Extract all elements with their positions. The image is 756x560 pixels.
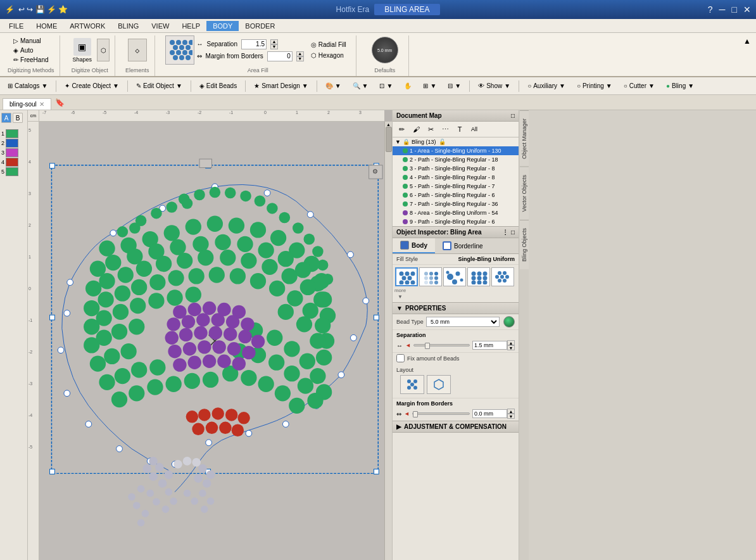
menu-file[interactable]: FILE [3, 21, 30, 31]
tab-close-btn[interactable]: ✕ [39, 101, 44, 108]
manual-btn[interactable]: ▷ Manual [9, 37, 52, 45]
tree-item-9[interactable]: 9 - Path - Single-Bling Regular - 6 [393, 217, 519, 226]
inspector-menu-btn[interactable]: ⋮ [502, 229, 508, 236]
doc-map-dots[interactable]: ⋯ [439, 124, 451, 135]
auto-btn[interactable]: ◈ Auto [9, 46, 52, 54]
hexagon-btn[interactable]: ⬡ Hexagon [306, 51, 351, 60]
side-tab-object-manager[interactable]: Object Manager [520, 110, 529, 167]
margin-slider[interactable] [412, 412, 470, 415]
tab-bookmark[interactable]: 🔖 [51, 96, 68, 110]
color-swatch-5[interactable] [6, 167, 18, 176]
scroll-thumb-vertical[interactable] [386, 127, 392, 152]
tab-borderline[interactable]: Borderline [435, 238, 491, 253]
tree-item-6[interactable]: 6 - Path - Single-Bling Regular - 6 [393, 191, 519, 200]
doc-map-all[interactable]: All [468, 124, 481, 135]
arrange-btn[interactable]: ⊞ ▼ [418, 81, 441, 91]
sep-spin-arrows[interactable]: ▲ ▼ [507, 340, 515, 350]
tree-item-4[interactable]: 4 - Path - Single-Bling Regular - 8 [393, 173, 519, 182]
tab-body[interactable]: Body [393, 238, 435, 253]
pan-btn[interactable]: ✋ [399, 81, 417, 91]
tree-item-3[interactable]: 3 - Path - Single-Bling Regular - 8 [393, 164, 519, 173]
menu-artwork[interactable]: ARTWORK [63, 21, 111, 31]
auxiliary-btn[interactable]: ○ Auxiliary ▼ [522, 81, 570, 91]
tree-item-1[interactable]: 1 - Area - Single-Bling Uniform - 130 [393, 146, 519, 155]
margin-prop-input[interactable] [472, 409, 507, 418]
fill-style-3[interactable] [443, 267, 466, 286]
margin-down-arrow[interactable]: ▼ [507, 414, 515, 419]
margin-down[interactable]: ▼ [296, 56, 304, 61]
help-button[interactable]: ? [708, 4, 713, 15]
bling-btn[interactable]: ● Bling ▼ [661, 81, 699, 91]
grid-btn[interactable]: ⊟ ▼ [443, 81, 466, 91]
canvas-scrollbar-vertical[interactable]: ▲ [384, 122, 392, 560]
menu-view[interactable]: VIEW [145, 21, 175, 31]
zoom-btn[interactable]: 🔍 ▼ [348, 81, 374, 91]
side-tab-bling-objects[interactable]: Bling Objects [520, 220, 529, 269]
properties-section-header[interactable]: ▼ PROPERTIES [393, 302, 519, 314]
separation-input[interactable] [241, 39, 267, 49]
margin-input[interactable] [267, 51, 293, 61]
margin-spin-arrows[interactable]: ▲ ▼ [507, 409, 515, 419]
margin-up-arrow[interactable]: ▲ [507, 409, 515, 414]
show-btn[interactable]: 👁 Show ▼ [473, 81, 515, 91]
color-swatch-3[interactable] [6, 148, 18, 157]
layout-btn-grid[interactable] [400, 375, 424, 394]
close-button[interactable]: ✕ [743, 4, 751, 15]
freehand-btn[interactable]: ✏ FreeHand [9, 56, 52, 64]
menu-help[interactable]: HELP [175, 21, 206, 31]
fill-style-4[interactable] [467, 267, 490, 286]
doc-map-text[interactable]: T [453, 124, 466, 135]
tree-item-7[interactable]: 7 - Path - Single-Bling Regular - 36 [393, 200, 519, 208]
printing-btn[interactable]: ○ Printing ▼ [572, 81, 617, 91]
design-canvas[interactable]: ⚙ [39, 122, 384, 560]
fill-style-1[interactable] [395, 267, 418, 286]
fill-style-more-btn[interactable]: more ▼ [395, 288, 405, 300]
collapse-icon[interactable]: ▲ [743, 37, 751, 46]
layout-btn-hex[interactable] [427, 375, 451, 394]
bead-type-select[interactable]: 5.0 mm [426, 317, 500, 327]
doc-tab[interactable]: bling-soul ✕ [3, 98, 51, 110]
doc-map-brush[interactable]: 🖌 [410, 124, 422, 135]
create-object-btn[interactable]: ✦ Create Object ▼ [60, 81, 124, 91]
fill-style-5[interactable] [491, 267, 514, 286]
ribbon-collapse-btn[interactable]: ▲ [743, 35, 751, 76]
restore-button[interactable]: □ [732, 4, 737, 15]
radial-fill-btn[interactable]: ◎ Radial Fill [306, 40, 351, 49]
catalogs-btn[interactable]: ⊞ Catalogs ▼ [3, 81, 53, 91]
tree-item-8[interactable]: 8 - Area - Single-Bling Uniform - 54 [393, 208, 519, 217]
adjustment-section-header[interactable]: ▶ ADJUSTMENT & COMPENSATION [393, 421, 519, 433]
fill-style-2[interactable] [419, 267, 442, 286]
menu-home[interactable]: HOME [30, 21, 63, 31]
doc-map-pencil[interactable]: ✏ [395, 124, 408, 135]
view-btn[interactable]: ⊡ ▼ [374, 81, 398, 91]
scroll-up-btn[interactable]: ▲ [385, 122, 392, 127]
tree-root[interactable]: ▼ 🔒 Bling (13) 🔓 [393, 137, 519, 146]
margin-up[interactable]: ▲ [296, 51, 304, 56]
separation-spinner[interactable]: ▲ ▼ [270, 39, 278, 49]
margin-slider-thumb[interactable] [413, 411, 418, 417]
menu-bling[interactable]: BLING [111, 21, 145, 31]
defaults-btn[interactable]: 5.0 mm [367, 35, 403, 65]
document-map-maximize[interactable]: □ [511, 112, 515, 119]
separation-slider[interactable] [413, 344, 470, 347]
window-controls[interactable]: ? ─ □ ✕ [708, 4, 751, 15]
cutter-btn[interactable]: ○ Cutter ▼ [619, 81, 660, 91]
separation-slider-thumb[interactable] [425, 343, 430, 349]
fix-amount-checkbox[interactable] [396, 354, 405, 362]
color-swatch-1[interactable] [6, 129, 18, 138]
node-tool[interactable]: B [13, 113, 23, 123]
side-tab-vector-objects[interactable]: Vector Objects [520, 167, 529, 220]
tree-item-2[interactable]: 2 - Path - Single-Bling Regular - 18 [393, 155, 519, 164]
smart-design-btn[interactable]: ★ Smart Design ▼ [249, 81, 313, 91]
sep-up-arrow[interactable]: ▲ [507, 340, 515, 345]
color-swatch-2[interactable] [6, 139, 18, 148]
menu-body[interactable]: BODY [206, 21, 239, 31]
select-tool[interactable]: A [1, 113, 11, 123]
separation-down[interactable]: ▼ [270, 44, 278, 49]
edit-object-btn[interactable]: ✎ Edit Object ▼ [131, 81, 187, 91]
minimize-button[interactable]: ─ [719, 4, 726, 15]
color-pick-btn[interactable]: 🎨 ▼ [320, 81, 346, 91]
separation-prop-input[interactable] [472, 341, 507, 350]
sep-down-arrow[interactable]: ▼ [507, 345, 515, 350]
tree-item-5[interactable]: 5 - Path - Single-Bling Regular - 7 [393, 182, 519, 191]
